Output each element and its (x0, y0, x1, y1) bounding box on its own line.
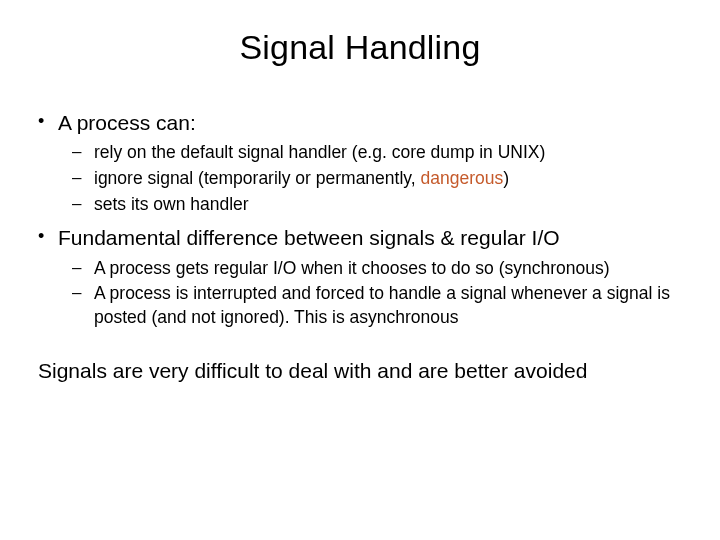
sub-bullet-suffix: ) (503, 168, 509, 188)
sub-bullet-item: A process gets regular I/O when it choos… (94, 257, 688, 281)
sub-bullet-list: A process gets regular I/O when it choos… (58, 257, 688, 330)
sub-bullet-item: rely on the default signal handler (e.g.… (94, 141, 688, 165)
bullet-label: Fundamental difference between signals &… (58, 226, 560, 249)
footer-note: Signals are very difficult to deal with … (32, 359, 688, 383)
bullet-item: A process can: rely on the default signa… (58, 109, 688, 216)
bullet-label: A process can: (58, 111, 196, 134)
sub-bullet-item: ignore signal (temporarily or permanentl… (94, 167, 688, 191)
sub-bullet-item: sets its own handler (94, 193, 688, 217)
bullet-list: A process can: rely on the default signa… (32, 109, 688, 329)
bullet-item: Fundamental difference between signals &… (58, 224, 688, 329)
danger-word: dangerous (420, 168, 503, 188)
sub-bullet-item: A process is interrupted and forced to h… (94, 282, 688, 329)
sub-bullet-list: rely on the default signal handler (e.g.… (58, 141, 688, 216)
slide-title: Signal Handling (32, 28, 688, 67)
sub-bullet-text: ignore signal (temporarily or permanentl… (94, 168, 420, 188)
